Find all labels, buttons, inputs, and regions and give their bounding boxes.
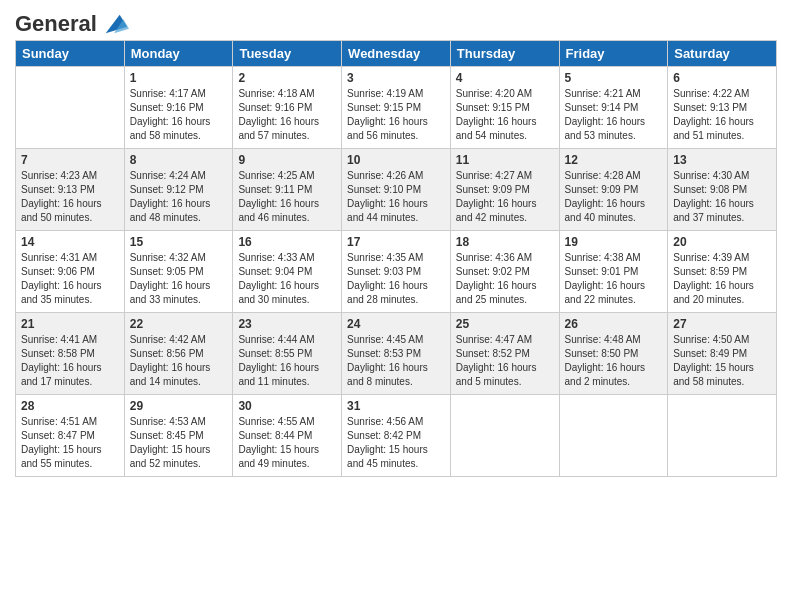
weekday-header-monday: Monday: [124, 41, 233, 67]
weekday-header-row: SundayMondayTuesdayWednesdayThursdayFrid…: [16, 41, 777, 67]
logo: General: [15, 10, 129, 32]
cell-content: Sunrise: 4:18 AM Sunset: 9:16 PM Dayligh…: [238, 87, 336, 143]
day-number: 2: [238, 71, 336, 85]
calendar-table: SundayMondayTuesdayWednesdayThursdayFrid…: [15, 40, 777, 477]
cell-content: Sunrise: 4:22 AM Sunset: 9:13 PM Dayligh…: [673, 87, 771, 143]
day-number: 6: [673, 71, 771, 85]
day-number: 18: [456, 235, 554, 249]
day-number: 1: [130, 71, 228, 85]
day-number: 27: [673, 317, 771, 331]
week-row-2: 7Sunrise: 4:23 AM Sunset: 9:13 PM Daylig…: [16, 149, 777, 231]
calendar-cell: 25Sunrise: 4:47 AM Sunset: 8:52 PM Dayli…: [450, 313, 559, 395]
calendar-cell: 16Sunrise: 4:33 AM Sunset: 9:04 PM Dayli…: [233, 231, 342, 313]
calendar-cell: 14Sunrise: 4:31 AM Sunset: 9:06 PM Dayli…: [16, 231, 125, 313]
day-number: 19: [565, 235, 663, 249]
calendar-cell: 29Sunrise: 4:53 AM Sunset: 8:45 PM Dayli…: [124, 395, 233, 477]
day-number: 16: [238, 235, 336, 249]
cell-content: Sunrise: 4:51 AM Sunset: 8:47 PM Dayligh…: [21, 415, 119, 471]
day-number: 25: [456, 317, 554, 331]
cell-content: Sunrise: 4:50 AM Sunset: 8:49 PM Dayligh…: [673, 333, 771, 389]
calendar-cell: 22Sunrise: 4:42 AM Sunset: 8:56 PM Dayli…: [124, 313, 233, 395]
day-number: 10: [347, 153, 445, 167]
day-number: 24: [347, 317, 445, 331]
day-number: 15: [130, 235, 228, 249]
calendar-cell: 12Sunrise: 4:28 AM Sunset: 9:09 PM Dayli…: [559, 149, 668, 231]
day-number: 9: [238, 153, 336, 167]
calendar-cell: 21Sunrise: 4:41 AM Sunset: 8:58 PM Dayli…: [16, 313, 125, 395]
day-number: 20: [673, 235, 771, 249]
cell-content: Sunrise: 4:47 AM Sunset: 8:52 PM Dayligh…: [456, 333, 554, 389]
day-number: 29: [130, 399, 228, 413]
calendar-cell: 10Sunrise: 4:26 AM Sunset: 9:10 PM Dayli…: [342, 149, 451, 231]
day-number: 7: [21, 153, 119, 167]
cell-content: Sunrise: 4:44 AM Sunset: 8:55 PM Dayligh…: [238, 333, 336, 389]
week-row-1: 1Sunrise: 4:17 AM Sunset: 9:16 PM Daylig…: [16, 67, 777, 149]
weekday-header-wednesday: Wednesday: [342, 41, 451, 67]
calendar-cell: 6Sunrise: 4:22 AM Sunset: 9:13 PM Daylig…: [668, 67, 777, 149]
calendar-cell: 28Sunrise: 4:51 AM Sunset: 8:47 PM Dayli…: [16, 395, 125, 477]
logo-text: General: [15, 10, 129, 38]
cell-content: Sunrise: 4:33 AM Sunset: 9:04 PM Dayligh…: [238, 251, 336, 307]
cell-content: Sunrise: 4:56 AM Sunset: 8:42 PM Dayligh…: [347, 415, 445, 471]
calendar-cell: 24Sunrise: 4:45 AM Sunset: 8:53 PM Dayli…: [342, 313, 451, 395]
calendar-cell: 17Sunrise: 4:35 AM Sunset: 9:03 PM Dayli…: [342, 231, 451, 313]
calendar-cell: 26Sunrise: 4:48 AM Sunset: 8:50 PM Dayli…: [559, 313, 668, 395]
cell-content: Sunrise: 4:36 AM Sunset: 9:02 PM Dayligh…: [456, 251, 554, 307]
cell-content: Sunrise: 4:38 AM Sunset: 9:01 PM Dayligh…: [565, 251, 663, 307]
weekday-header-tuesday: Tuesday: [233, 41, 342, 67]
day-number: 4: [456, 71, 554, 85]
weekday-header-friday: Friday: [559, 41, 668, 67]
week-row-4: 21Sunrise: 4:41 AM Sunset: 8:58 PM Dayli…: [16, 313, 777, 395]
cell-content: Sunrise: 4:24 AM Sunset: 9:12 PM Dayligh…: [130, 169, 228, 225]
calendar-cell: 7Sunrise: 4:23 AM Sunset: 9:13 PM Daylig…: [16, 149, 125, 231]
calendar-cell: [668, 395, 777, 477]
day-number: 12: [565, 153, 663, 167]
day-number: 21: [21, 317, 119, 331]
calendar-cell: [450, 395, 559, 477]
calendar-cell: 2Sunrise: 4:18 AM Sunset: 9:16 PM Daylig…: [233, 67, 342, 149]
day-number: 30: [238, 399, 336, 413]
calendar-cell: 9Sunrise: 4:25 AM Sunset: 9:11 PM Daylig…: [233, 149, 342, 231]
cell-content: Sunrise: 4:28 AM Sunset: 9:09 PM Dayligh…: [565, 169, 663, 225]
calendar-cell: 4Sunrise: 4:20 AM Sunset: 9:15 PM Daylig…: [450, 67, 559, 149]
calendar-cell: 11Sunrise: 4:27 AM Sunset: 9:09 PM Dayli…: [450, 149, 559, 231]
day-number: 13: [673, 153, 771, 167]
week-row-5: 28Sunrise: 4:51 AM Sunset: 8:47 PM Dayli…: [16, 395, 777, 477]
calendar-cell: 23Sunrise: 4:44 AM Sunset: 8:55 PM Dayli…: [233, 313, 342, 395]
week-row-3: 14Sunrise: 4:31 AM Sunset: 9:06 PM Dayli…: [16, 231, 777, 313]
cell-content: Sunrise: 4:31 AM Sunset: 9:06 PM Dayligh…: [21, 251, 119, 307]
cell-content: Sunrise: 4:39 AM Sunset: 8:59 PM Dayligh…: [673, 251, 771, 307]
calendar-cell: [16, 67, 125, 149]
cell-content: Sunrise: 4:42 AM Sunset: 8:56 PM Dayligh…: [130, 333, 228, 389]
day-number: 23: [238, 317, 336, 331]
cell-content: Sunrise: 4:53 AM Sunset: 8:45 PM Dayligh…: [130, 415, 228, 471]
calendar-cell: 30Sunrise: 4:55 AM Sunset: 8:44 PM Dayli…: [233, 395, 342, 477]
cell-content: Sunrise: 4:35 AM Sunset: 9:03 PM Dayligh…: [347, 251, 445, 307]
calendar-cell: 5Sunrise: 4:21 AM Sunset: 9:14 PM Daylig…: [559, 67, 668, 149]
calendar-cell: 20Sunrise: 4:39 AM Sunset: 8:59 PM Dayli…: [668, 231, 777, 313]
day-number: 22: [130, 317, 228, 331]
cell-content: Sunrise: 4:48 AM Sunset: 8:50 PM Dayligh…: [565, 333, 663, 389]
calendar-cell: 1Sunrise: 4:17 AM Sunset: 9:16 PM Daylig…: [124, 67, 233, 149]
weekday-header-thursday: Thursday: [450, 41, 559, 67]
calendar-cell: 31Sunrise: 4:56 AM Sunset: 8:42 PM Dayli…: [342, 395, 451, 477]
calendar-cell: 19Sunrise: 4:38 AM Sunset: 9:01 PM Dayli…: [559, 231, 668, 313]
cell-content: Sunrise: 4:21 AM Sunset: 9:14 PM Dayligh…: [565, 87, 663, 143]
cell-content: Sunrise: 4:32 AM Sunset: 9:05 PM Dayligh…: [130, 251, 228, 307]
day-number: 17: [347, 235, 445, 249]
day-number: 8: [130, 153, 228, 167]
cell-content: Sunrise: 4:41 AM Sunset: 8:58 PM Dayligh…: [21, 333, 119, 389]
day-number: 14: [21, 235, 119, 249]
day-number: 11: [456, 153, 554, 167]
cell-content: Sunrise: 4:19 AM Sunset: 9:15 PM Dayligh…: [347, 87, 445, 143]
calendar-page: General SundayMondayTuesdayWednesdayThur…: [0, 0, 792, 612]
calendar-cell: 8Sunrise: 4:24 AM Sunset: 9:12 PM Daylig…: [124, 149, 233, 231]
cell-content: Sunrise: 4:30 AM Sunset: 9:08 PM Dayligh…: [673, 169, 771, 225]
cell-content: Sunrise: 4:23 AM Sunset: 9:13 PM Dayligh…: [21, 169, 119, 225]
cell-content: Sunrise: 4:55 AM Sunset: 8:44 PM Dayligh…: [238, 415, 336, 471]
cell-content: Sunrise: 4:26 AM Sunset: 9:10 PM Dayligh…: [347, 169, 445, 225]
calendar-cell: 3Sunrise: 4:19 AM Sunset: 9:15 PM Daylig…: [342, 67, 451, 149]
logo-icon: [101, 10, 129, 38]
calendar-cell: 27Sunrise: 4:50 AM Sunset: 8:49 PM Dayli…: [668, 313, 777, 395]
calendar-cell: 18Sunrise: 4:36 AM Sunset: 9:02 PM Dayli…: [450, 231, 559, 313]
